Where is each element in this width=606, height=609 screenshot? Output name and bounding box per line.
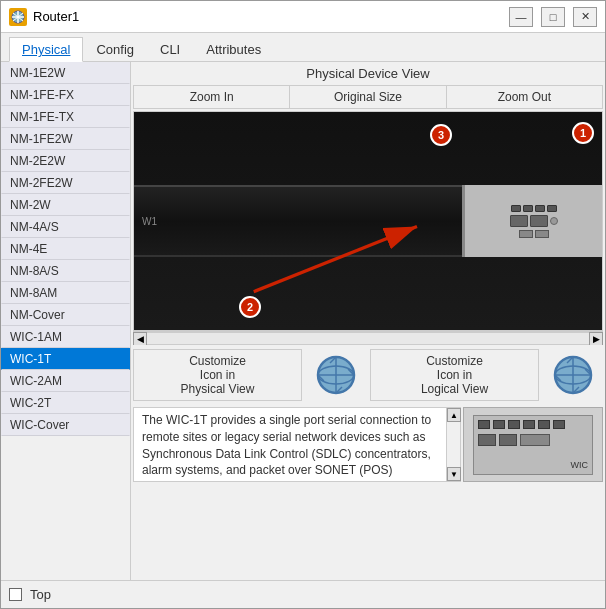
sidebar-item-nm1fefx[interactable]: NM-1FE-FX bbox=[1, 84, 130, 106]
close-button[interactable]: ✕ bbox=[573, 7, 597, 27]
zoom-out-button[interactable]: Zoom Out bbox=[447, 86, 602, 108]
device-view-title: Physical Device View bbox=[131, 62, 605, 85]
scroll-left-button[interactable]: ◀ bbox=[133, 332, 147, 346]
desc-scroll-track bbox=[447, 422, 460, 467]
sidebar-item-wic2t[interactable]: WIC-2T bbox=[1, 392, 130, 414]
badge-2: 2 bbox=[239, 296, 261, 318]
sidebar-item-nm8am[interactable]: NM-8AM bbox=[1, 282, 130, 304]
bottom-icons-row: CustomizeIcon inPhysical View bbox=[131, 345, 605, 405]
minimize-button[interactable]: — bbox=[509, 7, 533, 27]
top-label: Top bbox=[30, 587, 51, 602]
sidebar-item-wic1t[interactable]: WIC-1T bbox=[1, 348, 130, 370]
top-checkbox[interactable] bbox=[9, 588, 22, 601]
horizontal-scrollbar[interactable]: ◀ ▶ bbox=[133, 331, 603, 345]
router-label: W1 bbox=[142, 216, 157, 227]
sidebar: NM-1E2W NM-1FE-FX NM-1FE-TX NM-1FE2W NM-… bbox=[1, 62, 131, 580]
customize-logical-label: CustomizeIcon inLogical View bbox=[421, 354, 488, 396]
physical-router-icon bbox=[310, 353, 362, 397]
customize-logical-button[interactable]: CustomizeIcon inLogical View bbox=[370, 349, 539, 401]
desc-scroll-down[interactable]: ▼ bbox=[447, 467, 461, 481]
badge-1: 1 bbox=[572, 122, 594, 144]
tab-bar: Physical Config CLI Attributes bbox=[1, 33, 605, 62]
maximize-button[interactable]: □ bbox=[541, 7, 565, 27]
zoom-controls: Zoom In Original Size Zoom Out bbox=[133, 85, 603, 109]
sidebar-item-wic1am[interactable]: WIC-1AM bbox=[1, 326, 130, 348]
sidebar-item-nmcover[interactable]: NM-Cover bbox=[1, 304, 130, 326]
logical-router-icon bbox=[547, 353, 599, 397]
tab-cli[interactable]: CLI bbox=[147, 37, 193, 61]
description-area: The WIC-1T provides a single port serial… bbox=[133, 407, 461, 482]
main-content: Physical Device View Zoom In Original Si… bbox=[131, 62, 605, 580]
sidebar-item-wic2am[interactable]: WIC-2AM bbox=[1, 370, 130, 392]
sidebar-item-nm1fetx[interactable]: NM-1FE-TX bbox=[1, 106, 130, 128]
module-detail-image: WIC bbox=[473, 415, 593, 475]
window-icon bbox=[9, 8, 27, 26]
router-right-panel bbox=[462, 185, 602, 257]
window-title: Router1 bbox=[33, 9, 509, 24]
description-row: The WIC-1T provides a single port serial… bbox=[133, 407, 603, 482]
module-label: WIC bbox=[571, 460, 589, 470]
logical-icon-preview bbox=[543, 350, 603, 400]
sidebar-item-nm1fe2w[interactable]: NM-1FE2W bbox=[1, 128, 130, 150]
physical-icon-preview bbox=[306, 350, 366, 400]
customize-physical-button[interactable]: CustomizeIcon inPhysical View bbox=[133, 349, 302, 401]
sidebar-item-wiccover[interactable]: WIC-Cover bbox=[1, 414, 130, 436]
desc-scroll-up[interactable]: ▲ bbox=[447, 408, 461, 422]
router-body: W1 bbox=[134, 112, 602, 330]
main-window: Router1 — □ ✕ Physical Config CLI Attrib… bbox=[0, 0, 606, 609]
zoom-in-button[interactable]: Zoom In bbox=[134, 86, 290, 108]
scroll-right-button[interactable]: ▶ bbox=[589, 332, 603, 346]
original-size-button[interactable]: Original Size bbox=[290, 86, 446, 108]
sidebar-item-nm2e2w[interactable]: NM-2E2W bbox=[1, 150, 130, 172]
tab-attributes[interactable]: Attributes bbox=[193, 37, 274, 61]
window-controls: — □ ✕ bbox=[509, 7, 597, 27]
sidebar-item-nm2w[interactable]: NM-2W bbox=[1, 194, 130, 216]
description-scrollbar[interactable]: ▲ ▼ bbox=[446, 408, 460, 481]
sidebar-item-nm2fe2w[interactable]: NM-2FE2W bbox=[1, 172, 130, 194]
sidebar-item-nm1e2w[interactable]: NM-1E2W bbox=[1, 62, 130, 84]
content-area: NM-1E2W NM-1FE-FX NM-1FE-TX NM-1FE2W NM-… bbox=[1, 62, 605, 580]
sidebar-item-nm4as[interactable]: NM-4A/S bbox=[1, 216, 130, 238]
description-text: The WIC-1T provides a single port serial… bbox=[134, 408, 446, 481]
scroll-track[interactable] bbox=[147, 332, 589, 345]
tab-physical[interactable]: Physical bbox=[9, 37, 83, 62]
module-image: WIC bbox=[463, 407, 603, 482]
tab-config[interactable]: Config bbox=[83, 37, 147, 61]
module-list[interactable]: NM-1E2W NM-1FE-FX NM-1FE-TX NM-1FE2W NM-… bbox=[1, 62, 130, 580]
bottom-bar: Top bbox=[1, 580, 605, 608]
customize-physical-label: CustomizeIcon inPhysical View bbox=[181, 354, 255, 396]
badge-3: 3 bbox=[430, 124, 452, 146]
device-canvas: W1 1 3 2 bbox=[133, 111, 603, 331]
sidebar-item-nm4e[interactable]: NM-4E bbox=[1, 238, 130, 260]
sidebar-item-nm8as[interactable]: NM-8A/S bbox=[1, 260, 130, 282]
titlebar: Router1 — □ ✕ bbox=[1, 1, 605, 33]
